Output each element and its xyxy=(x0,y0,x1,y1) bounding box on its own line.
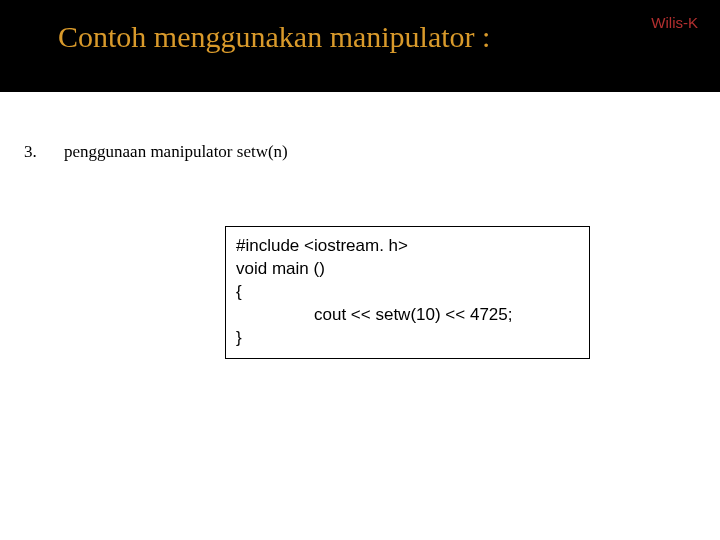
content-area: 3. penggunaan manipulator setw(n) #inclu… xyxy=(0,92,720,359)
code-line: } xyxy=(236,327,579,350)
author-label: Wilis-K xyxy=(651,14,698,31)
item-text: penggunaan manipulator setw(n) xyxy=(64,142,288,162)
slide-title: Contoh menggunakan manipulator : xyxy=(58,20,720,54)
item-number: 3. xyxy=(0,142,64,162)
header-band: Contoh menggunakan manipulator : Wilis-K xyxy=(0,0,720,92)
code-line: void main () xyxy=(236,258,579,281)
code-line: #include <iostream. h> xyxy=(236,235,579,258)
code-line: { xyxy=(236,281,579,304)
code-box: #include <iostream. h> void main () { co… xyxy=(225,226,590,359)
code-line: cout << setw(10) << 4725; xyxy=(236,304,579,327)
list-item: 3. penggunaan manipulator setw(n) xyxy=(0,142,720,162)
